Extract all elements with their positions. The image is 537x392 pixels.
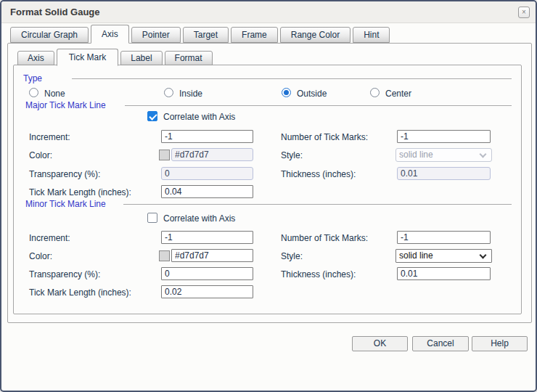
- minor-num-ticks-input[interactable]: [397, 231, 491, 244]
- minor-transparency-label: Transparency (%):: [29, 269, 100, 279]
- main-tab-strip: Circular Graph Axis Pointer Target Frame…: [10, 25, 392, 43]
- major-style-label: Style:: [281, 150, 303, 160]
- minor-transparency-input[interactable]: [161, 267, 253, 280]
- tab-pointer[interactable]: Pointer: [131, 27, 181, 43]
- major-style-select: solid line: [395, 148, 492, 162]
- major-transparency-label: Transparency (%):: [29, 169, 100, 179]
- minor-length-input[interactable]: [161, 285, 253, 298]
- title-bar: Format Solid Gauge ×: [1, 1, 536, 23]
- minor-increment-label: Increment:: [29, 233, 70, 243]
- minor-section-header: Minor Tick Mark Line: [25, 199, 106, 209]
- tab-range-color[interactable]: Range Color: [280, 27, 351, 43]
- radio-inside-label: Inside: [179, 89, 202, 99]
- major-thickness-input: [397, 167, 491, 180]
- major-num-ticks-label: Number of Tick Marks:: [281, 132, 368, 142]
- minor-correlate-checkbox[interactable]: [147, 213, 157, 223]
- minor-color-swatch[interactable]: [159, 250, 170, 261]
- major-length-label: Tick Mark Length (inches):: [29, 187, 131, 197]
- subtab-axis[interactable]: Axis: [17, 51, 54, 65]
- type-section-rule: [72, 78, 512, 79]
- major-correlate-label: Correlate with Axis: [163, 112, 235, 122]
- minor-color-label: Color:: [29, 251, 52, 261]
- major-section-header: Major Tick Mark Line: [25, 100, 106, 110]
- type-section-header: Type: [23, 73, 42, 83]
- major-section-rule: [125, 105, 512, 106]
- radio-outside-label: Outside: [297, 89, 327, 99]
- cancel-button[interactable]: Cancel: [412, 336, 469, 351]
- major-color-input: [171, 148, 253, 161]
- minor-style-select[interactable]: solid line: [395, 249, 492, 263]
- tab-hint[interactable]: Hint: [353, 27, 390, 43]
- help-button[interactable]: Help: [472, 336, 528, 351]
- major-correlate-checkbox[interactable]: [147, 111, 157, 121]
- major-increment-label: Increment:: [29, 132, 70, 142]
- tab-target[interactable]: Target: [183, 27, 229, 43]
- minor-correlate-label: Correlate with Axis: [163, 213, 235, 224]
- minor-style-value: solid line: [399, 250, 433, 261]
- major-length-input[interactable]: [161, 185, 253, 198]
- format-solid-gauge-dialog: Format Solid Gauge × Circular Graph Axis…: [0, 0, 537, 392]
- minor-thickness-input[interactable]: [397, 267, 491, 280]
- ok-button[interactable]: OK: [352, 336, 408, 351]
- major-color-label: Color:: [29, 150, 52, 160]
- minor-length-label: Tick Mark Length (inches):: [29, 287, 131, 298]
- subtab-label[interactable]: Label: [120, 51, 162, 65]
- dialog-title: Format Solid Gauge: [10, 1, 100, 23]
- major-increment-input[interactable]: [161, 130, 253, 143]
- tab-circular-graph[interactable]: Circular Graph: [10, 27, 89, 43]
- major-style-value: solid line: [399, 150, 433, 160]
- minor-color-input[interactable]: [171, 249, 253, 262]
- subtab-format[interactable]: Format: [165, 51, 213, 65]
- minor-num-ticks-label: Number of Tick Marks:: [281, 233, 368, 243]
- radio-outside[interactable]: [282, 88, 291, 97]
- minor-section-rule: [123, 204, 512, 205]
- sub-tab-strip: Axis Tick Mark Label Format: [17, 49, 215, 65]
- radio-center[interactable]: [370, 88, 380, 97]
- tab-axis[interactable]: Axis: [91, 25, 129, 44]
- radio-inside[interactable]: [164, 88, 173, 97]
- major-thickness-label: Thickness (inches):: [281, 169, 356, 179]
- chevron-down-icon: [480, 151, 487, 158]
- subtab-tick-mark[interactable]: Tick Mark: [57, 49, 119, 66]
- radio-none[interactable]: [29, 88, 38, 97]
- radio-center-label: Center: [385, 89, 411, 99]
- close-icon[interactable]: ×: [518, 7, 530, 18]
- major-num-ticks-input[interactable]: [397, 130, 491, 143]
- minor-style-label: Style:: [281, 251, 303, 261]
- minor-thickness-label: Thickness (inches):: [281, 269, 356, 279]
- radio-none-label: None: [44, 89, 65, 99]
- major-transparency-input: [161, 167, 253, 180]
- chevron-down-icon: [480, 252, 487, 259]
- minor-increment-input[interactable]: [161, 231, 253, 244]
- major-color-swatch[interactable]: [159, 150, 170, 160]
- tab-frame[interactable]: Frame: [231, 27, 278, 43]
